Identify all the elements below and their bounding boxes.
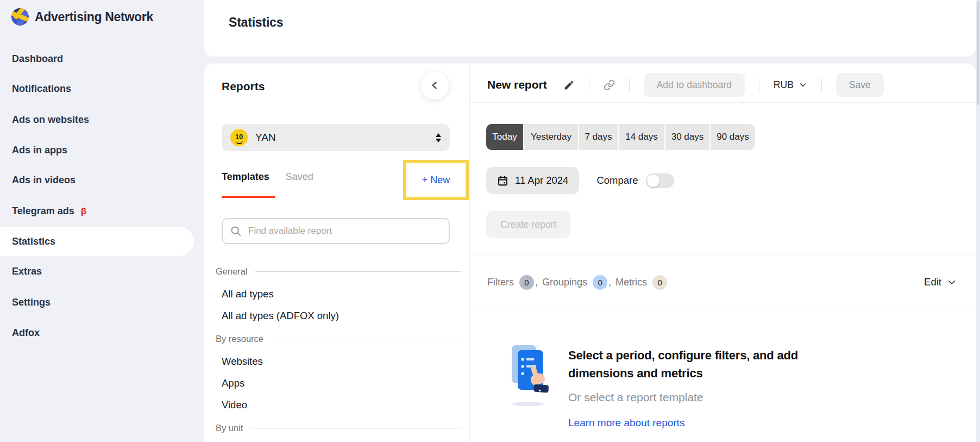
sidebar-item-notifications[interactable]: Notifications <box>0 74 194 103</box>
toolbar-divider <box>759 78 759 92</box>
filters-summary: Filters 0 , Groupings 0 , Metrics 0 <box>487 272 667 292</box>
collapse-panel-button[interactable] <box>420 71 449 100</box>
add-to-dashboard-button[interactable]: Add to dashboard <box>644 73 745 97</box>
learn-more-link[interactable]: Learn more about reports <box>568 417 834 429</box>
smile-glyph <box>236 141 243 144</box>
edit-name-icon[interactable] <box>563 79 575 91</box>
section-label-by-resource: By resource <box>216 327 461 351</box>
page-title: Statistics <box>229 15 283 30</box>
page-header: Statistics <box>204 0 976 57</box>
reports-panel-title: Reports <box>222 80 265 93</box>
sidebar-item-ads-in-videos[interactable]: Ads in videos <box>0 165 194 195</box>
sidebar-item-statistics[interactable]: Statistics <box>0 227 194 256</box>
divider <box>470 254 976 254</box>
scrollbar[interactable] <box>976 0 980 442</box>
new-report-highlight-box: + New <box>403 160 469 200</box>
empty-state-title: Select a period, configure filters, and … <box>568 346 834 382</box>
period-segmented-control: Today Yesterday 7 days 14 days 30 days 9… <box>486 124 755 150</box>
section-label-by-unit: By unit <box>216 416 461 440</box>
account-select-value: YAN <box>255 132 276 144</box>
section-label-text: By unit <box>216 423 243 433</box>
account-select[interactable]: 10 YAN <box>222 124 450 151</box>
sidebar-item-ads-in-apps[interactable]: Ads in apps <box>0 135 194 165</box>
period-30-days[interactable]: 30 days <box>665 124 709 150</box>
sidebar: Advertising Network Dashboard Notificati… <box>0 0 204 442</box>
groupings-count-badge: 0 <box>593 275 607 290</box>
toolbar-divider <box>629 78 630 92</box>
tab-saved[interactable]: Saved <box>286 171 313 183</box>
empty-state: Select a period, configure filters, and … <box>511 343 834 429</box>
list-item[interactable]: All ad types <box>216 283 461 305</box>
divider <box>470 308 976 308</box>
divider <box>470 102 976 103</box>
section-label-text: General <box>216 266 248 277</box>
sidebar-item-dashboard[interactable]: Dashboard <box>0 44 194 73</box>
section-rule <box>255 271 461 272</box>
sidebar-item-telegram-ads[interactable]: Telegram adsβ <box>0 196 194 226</box>
chevron-down-icon <box>799 80 807 89</box>
reports-panel: Reports 10 YAN Templates Saved <box>204 64 470 442</box>
separator: , <box>535 277 538 288</box>
report-template-list: General All ad types All ad types (ADFOX… <box>216 259 461 440</box>
separator: , <box>608 277 611 288</box>
calendar-icon <box>497 175 508 186</box>
date-picker-button[interactable]: 11 Apr 2024 <box>486 167 579 194</box>
filters-label: Filters <box>487 277 514 288</box>
report-title: New report <box>487 78 547 91</box>
list-item[interactable]: All ad types (ADFOX only) <box>216 305 461 327</box>
empty-state-text: Select a period, configure filters, and … <box>568 343 834 429</box>
toolbar-divider <box>589 78 589 92</box>
list-item[interactable]: Apps <box>216 372 461 394</box>
empty-state-subtitle: Or select a report template <box>568 391 834 404</box>
search-input[interactable] <box>247 225 442 237</box>
active-tab-underline <box>222 196 275 198</box>
metrics-count-badge: 0 <box>652 275 667 290</box>
report-builder-panel: New report Add to dashboard RUB <box>470 64 976 442</box>
account-badge-number: 10 <box>235 133 243 140</box>
toolbar-divider <box>821 78 822 92</box>
empty-illustration <box>511 343 550 429</box>
filters-count-badge: 0 <box>519 275 534 290</box>
toggle-knob <box>647 175 659 187</box>
content-card: Reports 10 YAN Templates Saved <box>204 64 976 442</box>
section-rule <box>271 339 461 339</box>
scrollbar-thumb[interactable] <box>977 2 979 105</box>
save-button[interactable]: Save <box>836 73 884 97</box>
compare-toggle[interactable] <box>646 173 674 188</box>
period-7-days[interactable]: 7 days <box>579 124 618 150</box>
section-label-general: General <box>216 259 461 283</box>
sidebar-item-settings[interactable]: Settings <box>0 288 194 317</box>
list-item[interactable]: Video <box>216 394 461 416</box>
currency-select[interactable]: RUB <box>774 79 807 91</box>
period-14-days[interactable]: 14 days <box>619 124 664 150</box>
edit-summary-button[interactable]: Edit <box>924 272 957 292</box>
list-item[interactable]: Websites <box>216 351 461 372</box>
tab-templates[interactable]: Templates <box>222 171 269 183</box>
sidebar-item-adfox[interactable]: Adfox <box>0 318 194 347</box>
edit-label: Edit <box>924 276 941 288</box>
reports-tabs: Templates Saved <box>222 171 313 183</box>
sidebar-item-label: Telegram ads <box>12 206 74 216</box>
period-90-days[interactable]: 90 days <box>711 124 755 150</box>
report-toolbar: New report Add to dashboard RUB <box>487 72 884 97</box>
groupings-label: Groupings <box>542 277 587 288</box>
logo-icon <box>11 8 29 26</box>
new-report-button[interactable]: + New <box>422 175 450 186</box>
date-row: 11 Apr 2024 Compare <box>486 167 674 194</box>
create-report-button[interactable]: Create report <box>486 211 570 238</box>
account-badge-icon: 10 <box>230 129 248 146</box>
sidebar-item-ads-on-websites[interactable]: Ads on websites <box>0 105 194 134</box>
currency-value: RUB <box>774 79 794 91</box>
select-sort-icon <box>436 133 441 142</box>
sidebar-item-extras[interactable]: Extras <box>0 257 194 286</box>
date-value: 11 Apr 2024 <box>515 175 568 186</box>
section-label-text: By resource <box>216 334 263 344</box>
report-search <box>222 218 450 244</box>
logo[interactable]: Advertising Network <box>11 8 153 26</box>
chevron-left-icon <box>428 79 441 92</box>
period-today[interactable]: Today <box>486 124 523 150</box>
compare-label: Compare <box>596 175 638 186</box>
share-link-icon[interactable] <box>604 79 615 91</box>
period-yesterday[interactable]: Yesterday <box>524 124 578 150</box>
beta-badge: β <box>81 206 86 216</box>
